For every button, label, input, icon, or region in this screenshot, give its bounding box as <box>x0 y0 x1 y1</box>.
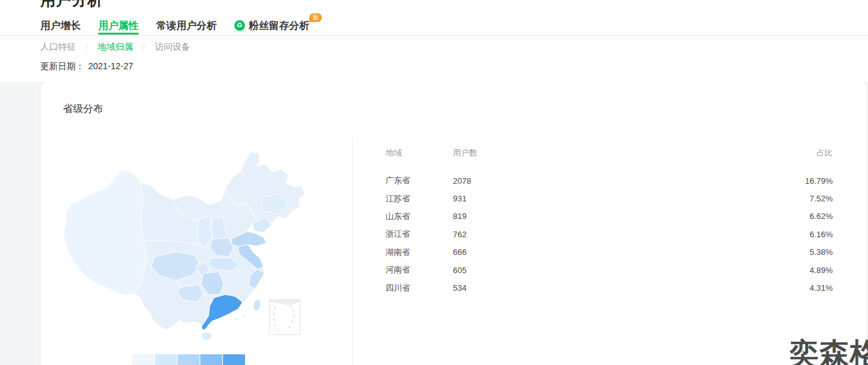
header-count: 用户数 <box>453 147 528 159</box>
tab-fan-retention-label: 粉丝留存分析 <box>249 20 309 31</box>
cell-region: 江苏省 <box>385 193 453 205</box>
sub-tabs: 人口特征 地域归属 访问设备 <box>40 42 190 53</box>
map-region-hainan <box>202 332 212 340</box>
map-legend <box>132 354 245 365</box>
legend-step <box>178 354 200 365</box>
cell-percent: 6.62% <box>528 211 833 221</box>
china-choropleth-map[interactable] <box>47 137 350 347</box>
cell-percent: 4.89% <box>528 266 833 275</box>
legend-step <box>200 354 222 365</box>
subtab-separator <box>86 43 87 52</box>
cell-percent: 5.38% <box>528 247 833 257</box>
tab-fan-retention[interactable]: ♻ 粉丝留存分析 新 <box>234 20 309 33</box>
map-region-taiwan <box>253 299 261 312</box>
table-row: 广东省 2078 16.79% <box>385 172 833 189</box>
header-divider <box>0 35 868 36</box>
cell-percent: 6.16% <box>528 230 833 239</box>
table-row: 山东省 819 6.62% <box>385 208 833 225</box>
watermark: 奕森格 <box>789 334 868 365</box>
card-title: 省级分布 <box>63 103 103 116</box>
subtab-devices[interactable]: 访问设备 <box>155 42 190 53</box>
cell-percent: 4.31% <box>528 283 833 293</box>
cell-region: 四川省 <box>385 283 453 294</box>
cell-region: 浙江省 <box>385 228 453 240</box>
table-row: 浙江省 762 6.16% <box>385 225 833 243</box>
user-analysis-page: 用户分析 用户增长 用户属性 常读用户分析 ♻ 粉丝留存分析 新 人口特征 地域… <box>0 0 868 365</box>
south-china-sea-inset <box>269 300 300 335</box>
update-date-label: 更新日期： <box>40 61 84 72</box>
subtab-demographics[interactable]: 人口特征 <box>40 42 76 53</box>
recycle-icon: ♻ <box>234 20 245 31</box>
subtab-region[interactable]: 地域归属 <box>98 42 133 53</box>
tab-frequent-readers[interactable]: 常读用户分析 <box>156 20 217 33</box>
cell-count: 2078 <box>453 176 528 186</box>
cell-count: 534 <box>453 283 528 293</box>
card-vertical-divider <box>352 137 353 365</box>
cell-count: 666 <box>453 247 528 257</box>
tab-user-growth[interactable]: 用户增长 <box>40 20 81 33</box>
table-row: 河南省 605 4.89% <box>385 261 833 279</box>
cell-count: 931 <box>453 194 528 203</box>
cell-percent: 16.79% <box>528 176 833 186</box>
cell-percent: 7.52% <box>528 194 833 203</box>
page-title: 用户分析 <box>40 0 103 10</box>
tab-user-attributes[interactable]: 用户属性 <box>98 20 139 35</box>
main-tabs: 用户增长 用户属性 常读用户分析 ♻ 粉丝留存分析 新 <box>40 20 327 35</box>
subtab-separator <box>144 43 144 52</box>
table-row: 湖南省 666 5.38% <box>385 244 833 261</box>
cell-region: 广东省 <box>385 175 453 186</box>
cell-region: 山东省 <box>385 211 453 222</box>
region-table: 地域 用户数 占比 广东省 2078 16.79% 江苏省 931 7.52% … <box>385 147 833 297</box>
legend-step <box>132 354 154 365</box>
update-date-value: 2021-12-27 <box>88 61 134 72</box>
cell-count: 762 <box>453 230 528 239</box>
cell-count: 819 <box>453 211 528 221</box>
header-region: 地域 <box>385 147 453 159</box>
table-row: 四川省 534 4.31% <box>385 279 833 296</box>
update-date-row: 更新日期： 2021-12-27 <box>40 61 134 72</box>
header-percent: 占比 <box>528 147 833 159</box>
legend-step <box>223 354 245 365</box>
new-badge: 新 <box>309 13 322 22</box>
legend-step <box>155 354 177 365</box>
cell-region: 河南省 <box>385 264 453 276</box>
cell-count: 605 <box>453 266 528 275</box>
map-region-west <box>64 170 147 295</box>
table-row: 江苏省 931 7.52% <box>385 189 833 207</box>
cell-region: 湖南省 <box>385 247 453 258</box>
table-header-row: 地域 用户数 占比 <box>385 147 833 159</box>
province-distribution-card: 省级分布 <box>41 82 867 365</box>
